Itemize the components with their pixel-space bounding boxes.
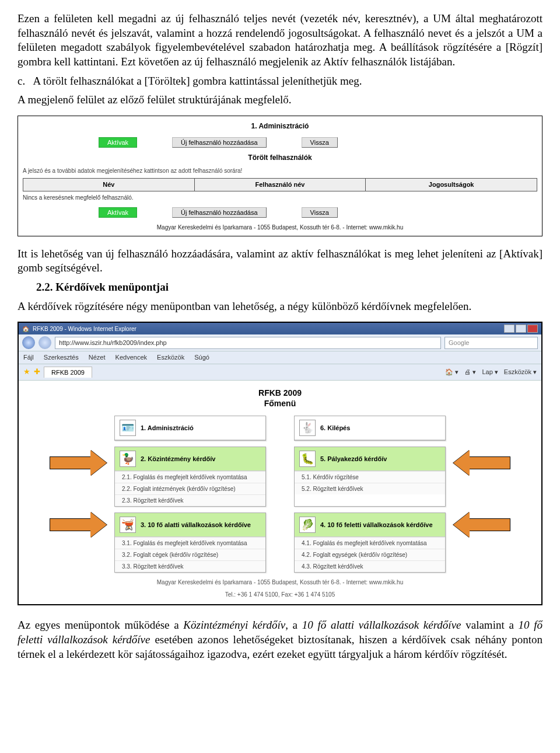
arrow-4-head [453, 512, 470, 538]
heading-2-2: 2.2. Kérdőívek menüpontjai [36, 280, 542, 295]
card-3-label: 3. 10 fő alatti vállalkozások kérdőíve [141, 521, 251, 529]
sub-4-2[interactable]: 4.2. Foglalt egységek (kérdőív rögzítése… [295, 549, 445, 560]
ie-tabbar: ★ ✚ RFKB 2009 🏠 ▾ 🖨 ▾ Lap ▾ Eszközök ▾ [19, 364, 541, 381]
card-2-subs: 2.1. Foglalás és megfejelt kérdőívek nyo… [115, 471, 265, 506]
card-admin-label: 1. Adminisztráció [141, 424, 194, 432]
arrow-4 [468, 518, 510, 531]
page-title: RFKB 2009 [33, 388, 527, 398]
card-3[interactable]: 🫕3. 10 fő alatti vállalkozások kérdőíve … [114, 513, 266, 573]
ie-titlebar: 🏠 RFKB 2009 - Windows Internet Explorer [19, 323, 541, 334]
browser-tab[interactable]: RFKB 2009 [44, 367, 92, 378]
home-icon[interactable]: 🏠 ▾ [445, 368, 459, 376]
menu-grid: 🪪1. Adminisztráció 🐇6. Kilépés 🦆2. Közin… [96, 416, 464, 573]
card-5-icon: 🐛 [299, 451, 316, 467]
sub-5-2[interactable]: 5.2. Rögzített kérdőívek [295, 483, 445, 494]
card-4-label: 4. 10 fő feletti vállalkozások kérdőíve [320, 521, 433, 529]
card-5[interactable]: 🐛5. Pályakezdő kérdőív 5.1. Kérdőív rögz… [294, 447, 446, 507]
admin-btnrow-top: Aktívak Új felhasználó hozzáadása Vissza [23, 137, 537, 148]
p4-d: 10 fő alatti vállalkozások kérdőíve [302, 619, 461, 631]
bullet-c-text: A törölt felhasználókat a [Töröltek] gom… [33, 75, 362, 87]
sub-3-1[interactable]: 3.1. Foglalás és megfejelt kérdőívek nyo… [115, 537, 265, 549]
admin-btnrow-bottom: Aktívak Új felhasználó hozzáadása Vissza [23, 207, 537, 218]
close-button[interactable] [527, 325, 538, 333]
arrow-2 [50, 456, 92, 469]
card-4[interactable]: 🥬4. 10 fő feletti vállalkozások kérdőíve… [294, 513, 446, 573]
ie-navbar: http://www.iszir.hu/rfkb2009/index.php G… [19, 334, 541, 351]
paragraph-2: Itt is lehetőség van új felhasználó hozz… [18, 247, 542, 276]
bullet-c-marker: c. [18, 75, 25, 87]
admin-hint: A jelszó és a további adatok megjeleníté… [23, 167, 537, 175]
sub-2-3[interactable]: 2.3. Rögzített kérdőívek [115, 494, 265, 506]
sub-4-3[interactable]: 4.3. Rögzített kérdőívek [295, 560, 445, 572]
card-2-icon: 🦆 [120, 451, 136, 467]
add-favorite-icon[interactable]: ✚ [34, 367, 40, 377]
paragraph-c2: A megjelenő felület az előző felület str… [18, 93, 542, 107]
arrow-3-head [90, 512, 107, 538]
admin-icon: 🪪 [120, 420, 136, 436]
menu-file[interactable]: Fájl [23, 354, 34, 361]
card-exit[interactable]: 🐇6. Kilépés [294, 416, 446, 441]
card-3-icon: 🫕 [120, 517, 136, 533]
admin-footer: Magyar Kereskedelmi és Iparkamara - 1055… [23, 224, 537, 231]
nav-forward-icon[interactable] [38, 336, 51, 349]
btn-back[interactable]: Vissza [302, 137, 338, 148]
minimize-button[interactable] [504, 325, 514, 333]
btn-back-2[interactable]: Vissza [302, 207, 338, 218]
toolbtn-tools[interactable]: Eszközök ▾ [504, 368, 537, 376]
arrow-5 [468, 456, 510, 469]
card-admin[interactable]: 🪪1. Adminisztráció [114, 416, 266, 441]
col-name: Név [23, 179, 195, 191]
page-footer-2: Tel.: +36 1 474 5100, Fax: +36 1 474 510… [33, 591, 527, 598]
ie-menubar: Fájl Szerkesztés Nézet Kedvencek Eszközö… [19, 351, 541, 364]
print-icon[interactable]: 🖨 ▾ [464, 368, 476, 376]
sub-5-1[interactable]: 5.1. Kérdőív rögzítése [295, 471, 445, 483]
p4-e: valamint a [461, 619, 519, 631]
page-footer-1: Magyar Kereskedelmi és Iparkamara - 1055… [33, 578, 527, 586]
card-4-icon: 🥬 [299, 517, 316, 533]
paragraph-4: Az egyes menüpontok működése a Közintézm… [18, 618, 542, 661]
favorites-icon[interactable]: ★ [23, 367, 30, 377]
address-bar[interactable]: http://www.iszir.hu/rfkb2009/index.php [55, 337, 441, 348]
admin-title: 1. Adminisztráció [23, 122, 537, 131]
maximize-button[interactable] [516, 325, 526, 333]
search-input[interactable]: Google [444, 337, 538, 348]
paragraph-1: Ezen a felületen kell megadni az új felh… [18, 12, 542, 69]
sub-3-2[interactable]: 3.2. Foglalt cégek (kérdőív rögzítése) [115, 549, 265, 560]
menu-fav[interactable]: Kedvencek [116, 354, 147, 361]
exit-icon: 🐇 [299, 420, 316, 436]
p4-b: Közintézményi kérdőív [183, 619, 285, 631]
sub-3-3[interactable]: 3.3. Rögzített kérdőívek [115, 560, 265, 572]
card-2[interactable]: 🦆2. Közintézmény kérdőív 2.1. Foglalás é… [114, 447, 266, 507]
p4-c: , a [285, 619, 302, 631]
page-subtitle: Főmenü [33, 398, 527, 409]
btn-add-user[interactable]: Új felhasználó hozzáadása [172, 137, 266, 148]
page-body: RFKB 2009 Főmenü 🪪1. Adminisztráció 🐇6. … [19, 381, 541, 604]
admin-table: Név Felhasználó név Jogosultságok [23, 178, 537, 191]
screenshot-browser: 🏠 RFKB 2009 - Windows Internet Explorer … [18, 322, 542, 605]
card-4-subs: 4.1. Foglalás és megfejelt kérdőívek nyo… [295, 537, 445, 572]
card-3-subs: 3.1. Foglalás és megfejelt kérdőívek nyo… [115, 537, 265, 572]
card-5-subs: 5.1. Kérdőív rögzítése 5.2. Rögzített ké… [295, 471, 445, 494]
menu-edit[interactable]: Szerkesztés [44, 354, 79, 361]
sub-2-2[interactable]: 2.2. Foglalt intézmények (kérdőív rögzít… [115, 483, 265, 494]
col-permissions: Jogosultságok [366, 179, 537, 191]
menu-help[interactable]: Súgó [194, 354, 209, 361]
screenshot-admin: 1. Adminisztráció Aktívak Új felhasználó… [18, 116, 542, 236]
toolbtn-page[interactable]: Lap ▾ [482, 368, 498, 376]
btn-active[interactable]: Aktívak [99, 137, 137, 148]
arrow-5-head [453, 450, 470, 476]
card-2-label: 2. Közintézmény kérdőív [141, 455, 215, 463]
menu-tools[interactable]: Eszközök [157, 354, 184, 361]
admin-noresult: Nincs a keresésnek megfelelő felhasználó… [23, 194, 537, 201]
nav-back-icon[interactable] [22, 336, 35, 349]
sub-4-1[interactable]: 4.1. Foglalás és megfejelt kérdőívek nyo… [295, 537, 445, 549]
bullet-c-row: c. A törölt felhasználókat a [Töröltek] … [18, 74, 542, 89]
arrow-3 [50, 518, 92, 531]
col-username: Felhasználó név [194, 179, 366, 191]
ie-title: RFKB 2009 - Windows Internet Explorer [33, 325, 136, 333]
btn-active-2[interactable]: Aktívak [99, 207, 137, 218]
sub-2-1[interactable]: 2.1. Foglalás és megfejelt kérdőívek nyo… [115, 471, 265, 483]
btn-add-user-2[interactable]: Új felhasználó hozzáadása [172, 207, 266, 218]
window-buttons [504, 325, 538, 333]
menu-view[interactable]: Nézet [89, 354, 106, 361]
